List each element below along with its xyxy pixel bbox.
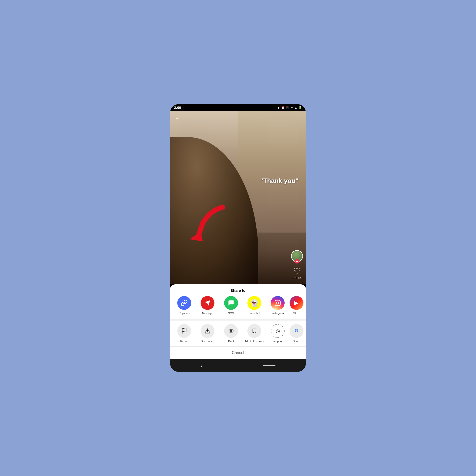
heart-icon: ♡ [293, 266, 301, 276]
like-button[interactable]: ♡ 378.8K [293, 266, 301, 279]
svg-rect-2 [275, 300, 280, 306]
add-favorites-button[interactable]: Add to Favorites [243, 324, 266, 343]
annotation-arrow [185, 205, 230, 245]
sms-button[interactable]: SMS [219, 296, 243, 315]
bottom-nav: ‹ [170, 359, 306, 372]
snapchat-icon: 👻 [247, 296, 261, 310]
live-photo-label: Live photo [271, 339, 284, 343]
status-bar: 2:00 ⏺ ⏰ 📳 ▼ ▲ 🔋 [170, 104, 306, 111]
share-first-row: Copy link Message SMS [170, 296, 306, 318]
live-photo-icon: ◎ [271, 324, 285, 338]
follow-button[interactable]: + [295, 259, 299, 264]
wifi-icon: ▼ [291, 106, 293, 109]
status-time: 2:00 [174, 106, 181, 110]
back-button[interactable]: ← [175, 115, 180, 121]
share-g-label: Sha... [293, 339, 300, 343]
alarm-icon: ⏰ [281, 106, 285, 109]
share-sheet: Share to Copy link [170, 284, 306, 359]
share-second-row: Report Save video [170, 321, 306, 346]
back-nav-button[interactable]: ‹ [201, 363, 202, 368]
battery-icon: 🔋 [298, 106, 302, 109]
home-indicator[interactable] [263, 365, 275, 366]
creator-avatar[interactable]: + [291, 250, 303, 262]
right-actions: + ♡ 378.8K [291, 250, 303, 279]
add-favorites-label: Add to Favorites [244, 339, 264, 343]
instagram-button[interactable]: Instagram [266, 296, 289, 315]
save-video-button[interactable]: Save video [196, 324, 219, 343]
cancel-button[interactable]: Cancel [170, 346, 306, 359]
message-label: Message [202, 311, 213, 315]
duet-icon [224, 324, 238, 338]
save-video-icon [201, 324, 214, 338]
instagram-label: Instagram [272, 311, 284, 315]
sms-icon [224, 296, 238, 310]
message-button[interactable]: Message [196, 296, 219, 315]
signal-icon: ▲ [295, 106, 297, 109]
report-button[interactable]: Report [173, 324, 196, 343]
add-favorites-icon [247, 324, 261, 338]
live-photo-button[interactable]: ◎ Live photo [266, 324, 289, 343]
copy-link-button[interactable]: Copy link [173, 296, 196, 315]
save-video-label: Save video [201, 339, 214, 343]
copy-link-icon [177, 296, 191, 310]
share-g-icon: G [290, 324, 303, 338]
vibrate-icon: 📳 [286, 106, 289, 109]
recording-icon: ⏺ [277, 106, 280, 109]
snapchat-button[interactable]: 👻 Snapchat [243, 296, 266, 315]
like-count: 378.8K [293, 276, 301, 279]
story-icon: ▶ [290, 296, 303, 310]
story-label: Sto... [293, 311, 300, 315]
report-label: Report [180, 339, 188, 343]
share-title: Share to [170, 288, 306, 293]
duet-label: Duet [228, 339, 234, 343]
snapchat-label: Snapchat [249, 311, 260, 315]
report-icon [177, 324, 191, 338]
share-g-button[interactable]: G Sha... [289, 324, 303, 343]
status-icons: ⏺ ⏰ 📳 ▼ ▲ 🔋 [277, 106, 302, 109]
duet-button[interactable]: Duet [219, 324, 243, 343]
divider [170, 319, 306, 321]
copy-link-label: Copy link [179, 311, 190, 315]
sms-label: SMS [228, 311, 234, 315]
svg-marker-1 [190, 232, 203, 241]
svg-point-4 [279, 301, 279, 302]
instagram-icon [271, 296, 285, 310]
video-overlay-text: "Thank you" [260, 177, 298, 185]
story-button[interactable]: ▶ Sto... [289, 296, 303, 315]
svg-point-3 [277, 302, 279, 304]
message-icon [201, 296, 214, 310]
phone-frame: 2:00 ⏺ ⏰ 📳 ▼ ▲ 🔋 ← "Thank you" + [170, 104, 306, 372]
video-area: ← "Thank you" + ♡ 378.8K [170, 111, 306, 284]
